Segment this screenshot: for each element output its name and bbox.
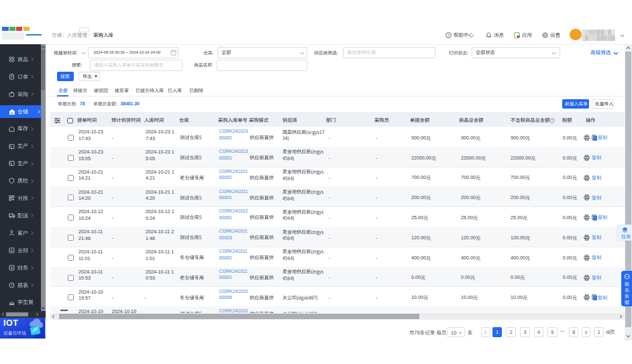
svg-text:?: ?: [447, 34, 450, 38]
svg-text:?: ?: [551, 119, 553, 123]
